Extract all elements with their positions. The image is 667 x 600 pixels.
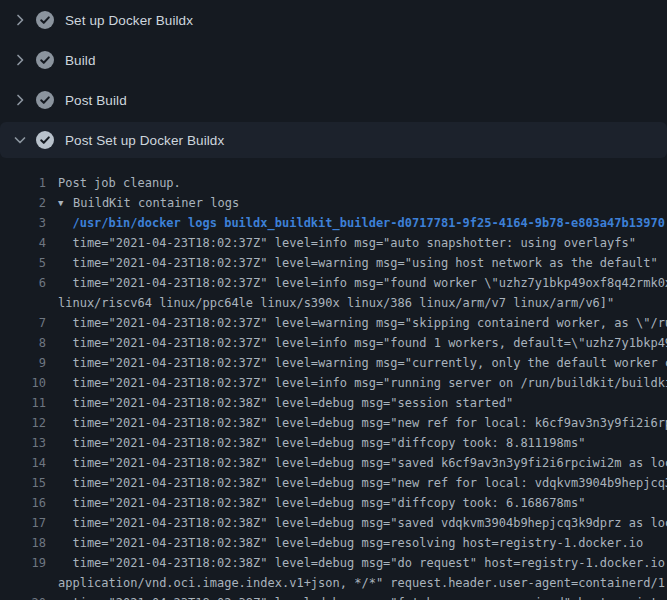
line-number[interactable]: 10 — [0, 373, 46, 393]
log-text: time="2021-04-23T18:02:38Z" level=debug … — [46, 473, 667, 493]
log-row: 20 time="2021-04-23T18:02:38Z" level=deb… — [0, 593, 667, 600]
step-row-set-up-docker-buildx[interactable]: Set up Docker Buildx — [0, 0, 667, 40]
log-row: 4 time="2021-04-23T18:02:37Z" level=info… — [0, 233, 667, 253]
group-toggle-triangle-icon[interactable]: ▼ — [58, 193, 73, 213]
log-text: Post job cleanup. — [46, 173, 181, 193]
chevron-down-icon — [12, 132, 28, 148]
line-number[interactable]: 2 — [0, 193, 46, 213]
step-label: Build — [65, 53, 96, 68]
log-row: application/vnd.oci.image.index.v1+json,… — [0, 573, 667, 593]
log-text: /usr/bin/docker logs buildx_buildkit_bui… — [46, 213, 665, 233]
line-number[interactable]: 9 — [0, 353, 46, 373]
step-row-post-build[interactable]: Post Build — [0, 80, 667, 120]
log-text: time="2021-04-23T18:02:38Z" level=debug … — [46, 533, 643, 553]
log-row: 5 time="2021-04-23T18:02:37Z" level=warn… — [0, 253, 667, 273]
line-number[interactable]: 4 — [0, 233, 46, 253]
line-number[interactable]: 16 — [0, 493, 46, 513]
log-row: 3 /usr/bin/docker logs buildx_buildkit_b… — [0, 213, 667, 233]
line-number[interactable]: 7 — [0, 313, 46, 333]
step-row-build[interactable]: Build — [0, 40, 667, 80]
log-text: time="2021-04-23T18:02:38Z" level=debug … — [46, 553, 667, 573]
line-number[interactable]: 1 — [0, 173, 46, 193]
log-row: 15 time="2021-04-23T18:02:38Z" level=deb… — [0, 473, 667, 493]
step-label: Post Build — [65, 93, 127, 108]
actions-log-viewer: Set up Docker Buildx Build Post Build — [0, 0, 667, 600]
log-text: time="2021-04-23T18:02:38Z" level=debug … — [46, 493, 585, 513]
line-number[interactable]: 20 — [0, 593, 46, 600]
log-text: application/vnd.oci.image.index.v1+json,… — [46, 573, 667, 593]
log-text: ▼BuildKit container logs — [46, 193, 239, 213]
chevron-right-icon — [12, 92, 28, 108]
log-text: time="2021-04-23T18:02:38Z" level=debug … — [46, 413, 667, 433]
line-number[interactable]: 13 — [0, 433, 46, 453]
log-row: 18 time="2021-04-23T18:02:38Z" level=deb… — [0, 533, 667, 553]
check-circle-icon — [36, 11, 54, 29]
log-row: 16 time="2021-04-23T18:02:38Z" level=deb… — [0, 493, 667, 513]
log-row: 11 time="2021-04-23T18:02:38Z" level=deb… — [0, 393, 667, 413]
log-row: 9 time="2021-04-23T18:02:37Z" level=warn… — [0, 353, 667, 373]
chevron-right-icon — [12, 12, 28, 28]
log-text: time="2021-04-23T18:02:37Z" level=warnin… — [46, 253, 658, 273]
line-number[interactable]: 14 — [0, 453, 46, 473]
log-text: time="2021-04-23T18:02:37Z" level=info m… — [46, 233, 636, 253]
line-number[interactable]: 12 — [0, 413, 46, 433]
log-row: 2 ▼BuildKit container logs — [0, 193, 667, 213]
log-row: 10 time="2021-04-23T18:02:37Z" level=inf… — [0, 373, 667, 393]
log-text: time="2021-04-23T18:02:38Z" level=debug … — [46, 593, 667, 600]
log-row: 6 time="2021-04-23T18:02:37Z" level=info… — [0, 273, 667, 293]
log-row: 13 time="2021-04-23T18:02:38Z" level=deb… — [0, 433, 667, 453]
line-number[interactable]: 18 — [0, 533, 46, 553]
log-text: time="2021-04-23T18:02:37Z" level=info m… — [46, 273, 667, 293]
check-circle-icon — [36, 51, 54, 69]
log-text: time="2021-04-23T18:02:37Z" level=info m… — [46, 333, 667, 353]
line-number[interactable]: 15 — [0, 473, 46, 493]
group-label[interactable]: BuildKit container logs — [73, 196, 239, 210]
log-row: 1 Post job cleanup. — [0, 173, 667, 193]
line-number[interactable]: 6 — [0, 273, 46, 293]
log-row: 19 time="2021-04-23T18:02:38Z" level=deb… — [0, 553, 667, 573]
chevron-right-icon — [12, 52, 28, 68]
log-row: 17 time="2021-04-23T18:02:38Z" level=deb… — [0, 513, 667, 533]
log-row: 12 time="2021-04-23T18:02:38Z" level=deb… — [0, 413, 667, 433]
log-text: time="2021-04-23T18:02:38Z" level=debug … — [46, 393, 513, 413]
step-label: Post Set up Docker Buildx — [65, 133, 224, 148]
log-output: 1 Post job cleanup. 2 ▼BuildKit containe… — [0, 160, 667, 600]
log-text: time="2021-04-23T18:02:38Z" level=debug … — [46, 433, 585, 453]
line-number[interactable]: 17 — [0, 513, 46, 533]
log-text: time="2021-04-23T18:02:37Z" level=info m… — [46, 373, 667, 393]
line-number — [0, 293, 46, 313]
log-text: time="2021-04-23T18:02:38Z" level=debug … — [46, 513, 667, 533]
check-circle-icon — [36, 91, 54, 109]
line-number — [0, 573, 46, 593]
line-number[interactable]: 8 — [0, 333, 46, 353]
line-number[interactable]: 19 — [0, 553, 46, 573]
line-number[interactable]: 5 — [0, 253, 46, 273]
log-row: linux/riscv64 linux/ppc64le linux/s390x … — [0, 293, 667, 313]
check-circle-icon — [36, 131, 54, 149]
log-text: linux/riscv64 linux/ppc64le linux/s390x … — [46, 293, 614, 313]
log-row: 7 time="2021-04-23T18:02:37Z" level=warn… — [0, 313, 667, 333]
log-text: time="2021-04-23T18:02:37Z" level=warnin… — [46, 313, 667, 333]
steps-list: Set up Docker Buildx Build Post Build — [0, 0, 667, 158]
log-text: time="2021-04-23T18:02:37Z" level=warnin… — [46, 353, 667, 373]
step-row-post-set-up-docker-buildx[interactable]: Post Set up Docker Buildx — [0, 122, 667, 158]
line-number[interactable]: 11 — [0, 393, 46, 413]
step-label: Set up Docker Buildx — [65, 13, 193, 28]
line-number[interactable]: 3 — [0, 213, 46, 233]
log-text: time="2021-04-23T18:02:38Z" level=debug … — [46, 453, 667, 473]
log-row: 8 time="2021-04-23T18:02:37Z" level=info… — [0, 333, 667, 353]
log-row: 14 time="2021-04-23T18:02:38Z" level=deb… — [0, 453, 667, 473]
